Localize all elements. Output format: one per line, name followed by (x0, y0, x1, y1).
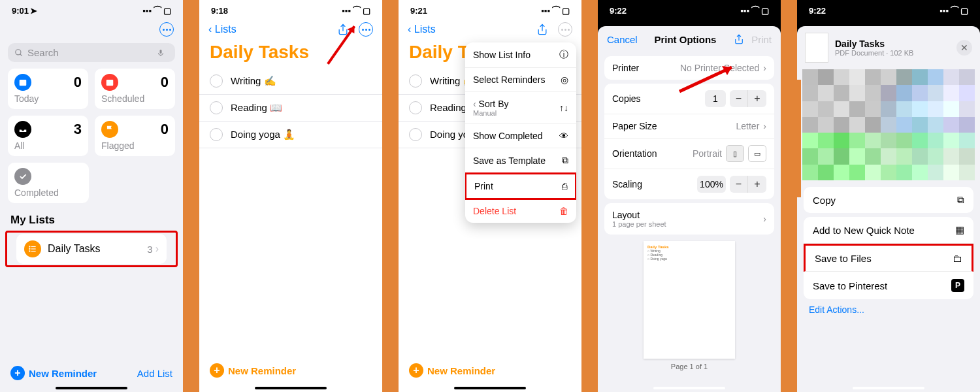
scaling-row: Scaling100%−+ (604, 169, 774, 199)
paper-size-row[interactable]: Paper SizeLetter› (604, 114, 774, 139)
landscape-button[interactable]: ▭ (748, 145, 766, 162)
svg-point-8 (29, 246, 30, 247)
page-indicator: Page 1 of 1 (598, 363, 781, 370)
plus-button[interactable]: + (748, 90, 766, 107)
portrait-button[interactable]: ▯ (726, 145, 744, 162)
chevron-left-icon: ‹ (208, 24, 212, 35)
task-row[interactable]: Writing ✍️ (199, 68, 382, 95)
scaling-stepper[interactable]: −+ (730, 176, 766, 193)
completed-card[interactable]: Completed (8, 163, 89, 203)
print-preview[interactable]: Daily Tasks ○ Writing ○ Reading ○ Doing … (644, 241, 735, 359)
annotation-bar (797, 80, 801, 197)
screen-share-sheet: 9:22 ▪▪▪⁀▢ Daily Tasks PDF Document · 10… (797, 0, 980, 392)
airdrop-contacts-row[interactable] (802, 69, 975, 180)
orientation-row: OrientationPortrait▯▭ (604, 139, 774, 169)
checkbox[interactable] (210, 128, 223, 141)
menu-show-list-info[interactable]: Show List Infoⓘ (465, 42, 576, 68)
add-list-button[interactable]: Add List (137, 368, 172, 379)
svg-rect-2 (160, 50, 162, 54)
menu-save-template[interactable]: Save as Template⧉ (465, 148, 576, 173)
status-bar: 9:18 ▪▪▪⁀▢ (199, 0, 382, 18)
chevron-right-icon: › (763, 63, 766, 73)
menu-select-reminders[interactable]: Select Reminders◎ (465, 68, 576, 92)
svg-point-10 (29, 251, 30, 252)
folder-icon: 🗀 (953, 253, 962, 264)
svg-line-13 (679, 67, 732, 91)
my-lists-header: My Lists (10, 214, 172, 227)
quick-note-action[interactable]: Add to New Quick Note▦ (804, 217, 973, 244)
info-icon: ⓘ (559, 49, 568, 61)
svg-rect-4 (106, 80, 114, 86)
home-indicator[interactable] (56, 387, 127, 389)
copy-action[interactable]: Copy⧉ (804, 187, 973, 213)
chevron-left-icon: ‹ (473, 99, 479, 109)
new-reminder-button[interactable]: +New Reminder (10, 366, 97, 380)
cancel-button[interactable]: Cancel (607, 34, 638, 45)
home-indicator[interactable] (653, 387, 725, 389)
status-bar: 9:01➤ ▪▪▪ ⁀ ▢ (0, 0, 183, 18)
sheet-title: Print Options (654, 34, 716, 45)
all-card[interactable]: 3 All (8, 116, 88, 156)
list-daily-tasks[interactable]: Daily Tasks 3 › (16, 234, 167, 264)
checkbox[interactable] (210, 101, 223, 114)
task-row[interactable]: Doing yoga 🧘 (199, 122, 382, 148)
scheduled-card[interactable]: 0 Scheduled (95, 69, 175, 109)
document-title: Daily Tasks (835, 39, 913, 49)
screen-print-options: 9:22 ▪▪▪⁀▢ Cancel Print Options Print Pr… (598, 0, 781, 392)
print-button[interactable]: Print (751, 34, 772, 45)
share-icon[interactable] (536, 22, 549, 37)
inbox-icon (18, 125, 27, 134)
svg-line-1 (20, 54, 22, 56)
scaling-value[interactable]: 100% (697, 176, 726, 193)
menu-delete-list[interactable]: Delete List🗑 (465, 199, 576, 223)
search-input[interactable]: Search (8, 43, 175, 62)
list-icon (28, 244, 37, 253)
today-card[interactable]: 0 Today (8, 69, 88, 109)
calendar-icon (18, 78, 27, 87)
printer-icon: ⎙ (562, 181, 567, 191)
back-button[interactable]: ‹ Lists (208, 24, 237, 35)
calendar-icon (105, 78, 114, 87)
menu-print[interactable]: Print⎙ (465, 172, 576, 200)
document-thumbnail (805, 33, 828, 63)
pinterest-icon: P (951, 279, 964, 292)
home-indicator[interactable] (454, 387, 526, 389)
note-icon: ▦ (955, 224, 964, 236)
save-to-files-action[interactable]: Save to Files🗀 (804, 244, 973, 272)
close-button[interactable]: ✕ (956, 40, 972, 56)
task-label: Doing yoga 🧘 (231, 129, 295, 140)
sort-icon: ↑↓ (559, 103, 568, 113)
edit-actions-button[interactable]: Edit Actions... (809, 304, 968, 315)
share-icon[interactable] (733, 33, 745, 46)
home-indicator[interactable] (255, 387, 327, 389)
new-reminder-button[interactable]: +New Reminder (409, 363, 495, 378)
wifi-icon: ⁀ (154, 6, 161, 16)
flagged-card[interactable]: 0 Flagged (95, 116, 175, 156)
more-button[interactable] (558, 22, 572, 37)
home-indicator[interactable] (853, 387, 924, 389)
more-button[interactable] (159, 22, 174, 37)
checkbox[interactable] (210, 74, 223, 88)
flag-icon (105, 125, 114, 134)
layout-row[interactable]: Layout1 page per sheet› (604, 203, 774, 235)
document-subtitle: PDF Document · 102 KB (835, 49, 913, 57)
menu-sort-by[interactable]: ‹ Sort ByManual↑↓ (465, 92, 576, 124)
mic-icon[interactable] (157, 48, 165, 58)
search-placeholder: Search (27, 47, 59, 58)
status-bar: 9:22 ▪▪▪⁀▢ (797, 0, 980, 18)
list-name: Daily Tasks (48, 243, 101, 255)
new-reminder-button[interactable]: +New Reminder (210, 363, 296, 378)
task-label: Writing ✍️ (231, 75, 276, 87)
task-row[interactable]: Reading 📖 (199, 95, 382, 122)
battery-icon: ▢ (163, 6, 171, 16)
status-icons: ▪▪▪⁀▢ (342, 6, 370, 16)
context-menu: Show List Infoⓘ Select Reminders◎ ‹ Sort… (465, 42, 576, 223)
status-icons: ▪▪▪ ⁀ ▢ (142, 6, 171, 16)
template-icon: ⧉ (562, 155, 568, 166)
pinterest-action[interactable]: Save to PinterestP (804, 272, 973, 299)
menu-show-completed[interactable]: Show Completed👁 (465, 124, 576, 148)
svg-point-9 (29, 248, 30, 249)
screen-list-menu: 9:21 ▪▪▪⁀▢ ‹ Lists Daily Tas Writing ✍️ … (399, 0, 581, 392)
back-button[interactable]: ‹ Lists (408, 24, 436, 35)
search-icon (14, 48, 24, 57)
